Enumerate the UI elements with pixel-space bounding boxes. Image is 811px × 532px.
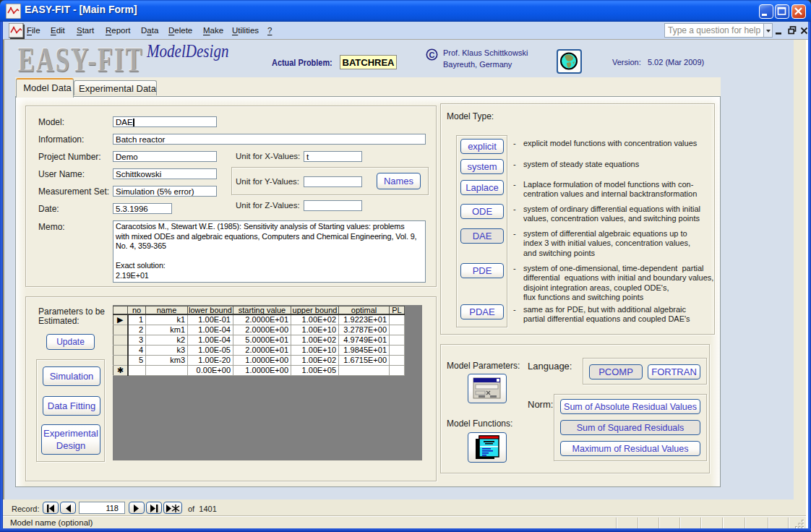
svg-text:C: C <box>429 51 435 59</box>
